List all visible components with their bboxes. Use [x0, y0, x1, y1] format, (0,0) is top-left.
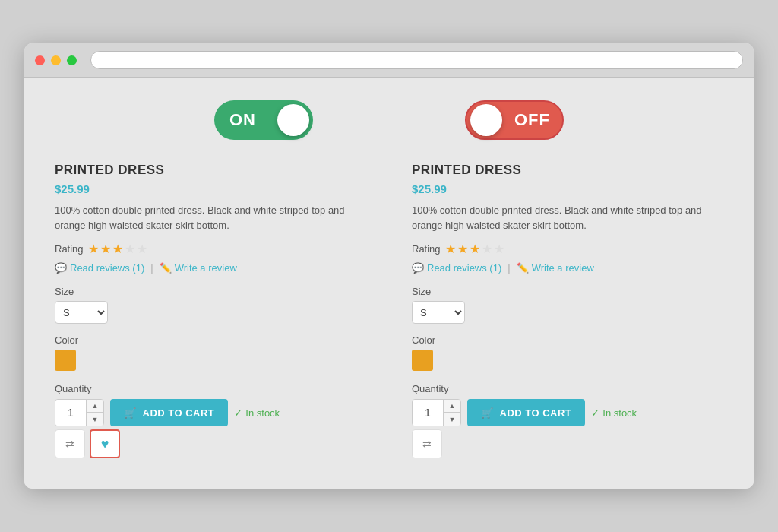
qty-input-right[interactable]: [413, 400, 443, 426]
star-5-left: ★: [137, 242, 147, 256]
star-4-right: ★: [482, 242, 492, 256]
toggle-off-knob: [470, 104, 502, 136]
browser-window: ON OFF PRINTED DRESS $25.99 100% cotton …: [24, 43, 754, 489]
cart-icon-right: 🛒: [481, 407, 494, 419]
read-reviews-text-right: Read reviews (1): [427, 262, 501, 274]
qty-down-right[interactable]: ▼: [444, 413, 460, 426]
color-swatch-right[interactable]: [412, 350, 433, 371]
pencil-icon-right: ✏️: [517, 262, 529, 274]
compare-button-right[interactable]: ⇄: [412, 429, 442, 458]
product-title-left: PRINTED DRESS: [55, 163, 366, 178]
qty-up-right[interactable]: ▲: [444, 400, 460, 413]
qty-up-left[interactable]: ▲: [87, 400, 103, 413]
write-review-text-right: Write a review: [532, 262, 594, 274]
product-card-right: PRINTED DRESS $25.99 100% cotton double …: [412, 163, 723, 458]
divider-left: |: [150, 262, 153, 274]
in-stock-right: ✓ In stock: [591, 407, 637, 419]
write-review-link-left[interactable]: ✏️ Write a review: [160, 262, 237, 274]
star-1-right: ★: [445, 242, 456, 256]
review-row-left: 💬 Read reviews (1) | ✏️ Write a review: [55, 262, 366, 274]
rating-label-right: Rating: [412, 243, 441, 255]
qty-input-left[interactable]: [55, 400, 86, 426]
product-title-right: PRINTED DRESS: [412, 163, 723, 178]
products-row: PRINTED DRESS $25.99 100% cotton double …: [55, 163, 723, 458]
color-label-left: Color: [55, 334, 366, 346]
review-row-right: 💬 Read reviews (1) | ✏️ Write a review: [412, 262, 723, 274]
action-row-right: ⇄: [412, 429, 723, 458]
star-4-left: ★: [125, 242, 135, 256]
checkmark-icon-right: ✓: [591, 407, 599, 419]
toggle-row: ON OFF: [55, 100, 723, 140]
qty-label-right: Quantity: [412, 383, 723, 394]
qty-label-left: Quantity: [55, 383, 366, 394]
quantity-wrapper-right: ▲ ▼ 🛒 ADD TO CART ✓ In stock: [412, 399, 723, 426]
browser-titlebar: [24, 43, 754, 78]
product-desc-right: 100% cotton double printed dress. Black …: [412, 203, 723, 233]
compare-button-left[interactable]: ⇄: [55, 429, 85, 458]
comment-icon-right: 💬: [412, 262, 424, 274]
rating-row-right: Rating ★ ★ ★ ★ ★: [412, 242, 723, 256]
toggle-on-label: ON: [229, 110, 256, 130]
action-row-left: ⇄ ♥: [55, 429, 366, 458]
rating-row-left: Rating ★ ★ ★ ★ ★: [55, 242, 366, 256]
read-reviews-text-left: Read reviews (1): [70, 262, 144, 274]
toggle-off[interactable]: OFF: [465, 100, 564, 140]
quantity-wrapper-left: ▲ ▼ 🛒 ADD TO CART ✓ In stock: [55, 399, 366, 426]
toggle-on[interactable]: ON: [214, 100, 313, 140]
compare-icon-left: ⇄: [65, 438, 74, 450]
color-label-right: Color: [412, 334, 723, 346]
star-5-right: ★: [494, 242, 504, 256]
size-select-left[interactable]: S M L XL: [55, 301, 108, 324]
write-review-text-left: Write a review: [175, 262, 237, 274]
qty-input-group-right: ▲ ▼: [412, 399, 461, 426]
browser-content: ON OFF PRINTED DRESS $25.99 100% cotton …: [24, 78, 754, 489]
pencil-icon-left: ✏️: [160, 262, 172, 274]
in-stock-text-right: In stock: [602, 407, 637, 419]
product-price-left: $25.99: [55, 182, 366, 195]
checkmark-icon-left: ✓: [234, 407, 242, 419]
star-2-left: ★: [100, 242, 111, 256]
write-review-link-right[interactable]: ✏️ Write a review: [517, 262, 594, 274]
close-dot[interactable]: [35, 55, 45, 65]
toggle-off-label: OFF: [514, 110, 550, 130]
color-swatch-left[interactable]: [55, 350, 76, 371]
add-to-cart-text-right: ADD TO CART: [500, 407, 572, 419]
read-reviews-link-right[interactable]: 💬 Read reviews (1): [412, 262, 501, 274]
heart-icon-left: ♥: [101, 436, 109, 452]
wishlist-button-left[interactable]: ♥: [90, 429, 120, 458]
star-1-left: ★: [88, 242, 99, 256]
qty-arrows-right: ▲ ▼: [443, 400, 460, 426]
product-card-left: PRINTED DRESS $25.99 100% cotton double …: [55, 163, 366, 458]
comment-icon-left: 💬: [55, 262, 67, 274]
stars-left: ★ ★ ★ ★ ★: [88, 242, 147, 256]
add-to-cart-left[interactable]: 🛒 ADD TO CART: [110, 399, 228, 426]
compare-icon-right: ⇄: [422, 438, 432, 450]
in-stock-text-left: In stock: [245, 407, 280, 419]
minimize-dot[interactable]: [51, 55, 61, 65]
size-select-right[interactable]: S M L XL: [412, 301, 465, 324]
divider-right: |: [508, 262, 510, 274]
cart-icon-left: 🛒: [124, 407, 137, 419]
qty-input-group-left: ▲ ▼: [55, 399, 104, 426]
star-2-right: ★: [457, 242, 468, 256]
stars-right: ★ ★ ★ ★ ★: [445, 242, 504, 256]
read-reviews-link-left[interactable]: 💬 Read reviews (1): [55, 262, 144, 274]
qty-arrows-left: ▲ ▼: [86, 400, 103, 426]
star-3-left: ★: [112, 242, 123, 256]
in-stock-left: ✓ In stock: [234, 407, 280, 419]
product-price-right: $25.99: [412, 182, 723, 195]
size-label-left: Size: [55, 286, 366, 297]
qty-down-left[interactable]: ▼: [87, 413, 103, 426]
rating-label-left: Rating: [55, 243, 84, 255]
toggle-on-knob: [277, 104, 309, 136]
add-to-cart-right[interactable]: 🛒 ADD TO CART: [467, 399, 585, 426]
size-label-right: Size: [412, 286, 723, 297]
address-bar[interactable]: [90, 51, 743, 69]
maximize-dot[interactable]: [67, 55, 77, 65]
product-desc-left: 100% cotton double printed dress. Black …: [55, 203, 366, 233]
star-3-right: ★: [470, 242, 480, 256]
add-to-cart-text-left: ADD TO CART: [143, 407, 215, 419]
